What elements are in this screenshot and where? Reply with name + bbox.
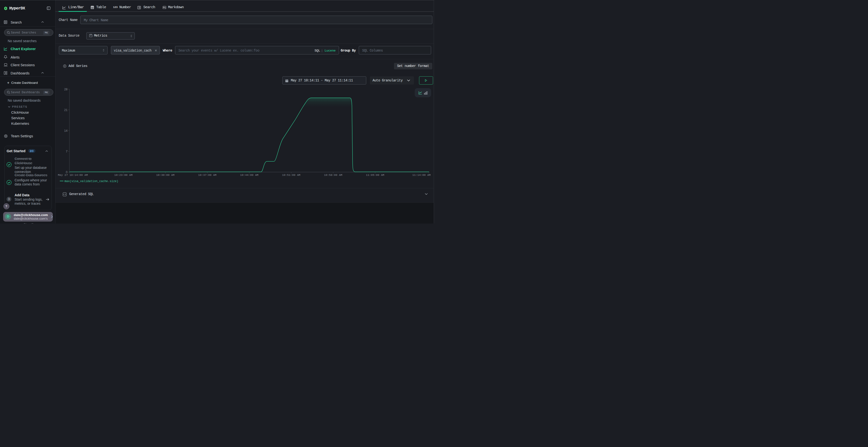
svg-text:max(visa_validation_cache.size: max(visa_validation_cache.size) <box>65 180 118 183</box>
svg-text:14: 14 <box>64 129 67 133</box>
svg-text:10:37:00 AM: 10:37:00 AM <box>198 173 217 176</box>
svg-text:11:14:00 AM: 11:14:00 AM <box>412 173 431 176</box>
svg-text:10:44:00 AM: 10:44:00 AM <box>240 173 258 176</box>
svg-text:10:30:00 AM: 10:30:00 AM <box>156 173 175 176</box>
svg-text:7: 7 <box>66 150 67 153</box>
svg-text:10:58:00 AM: 10:58:00 AM <box>324 173 342 176</box>
svg-text:28: 28 <box>64 88 67 91</box>
svg-text:21: 21 <box>64 108 67 112</box>
svg-text:10:51:00 AM: 10:51:00 AM <box>282 173 301 176</box>
svg-text:10:23:00 AM: 10:23:00 AM <box>114 173 133 176</box>
svg-text:11:05:00 AM: 11:05:00 AM <box>366 173 384 176</box>
svg-text:May 27 10:14:00 AM: May 27 10:14:00 AM <box>58 173 88 176</box>
